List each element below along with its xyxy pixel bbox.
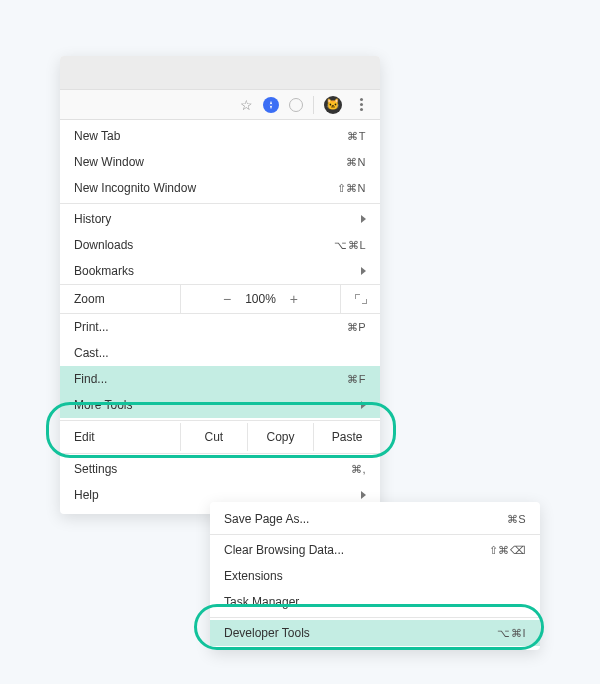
menu-item-print[interactable]: Print... ⌘P — [60, 314, 380, 340]
menu-separator — [210, 534, 540, 535]
menu-item-new-window[interactable]: New Window ⌘N — [60, 149, 380, 175]
menu-shortcut: ⌘S — [507, 513, 526, 526]
toolbar-icon-row: ☆ 🐱 — [60, 90, 380, 120]
zoom-out-button[interactable]: − — [223, 291, 231, 307]
chevron-right-icon — [361, 267, 366, 275]
menu-label: More Tools — [74, 398, 361, 412]
menu-label: History — [74, 212, 361, 226]
edit-paste-button[interactable]: Paste — [313, 423, 380, 451]
submenu-item-extensions[interactable]: Extensions — [210, 563, 540, 589]
menu-label: Bookmarks — [74, 264, 361, 278]
zoom-in-button[interactable]: + — [290, 291, 298, 307]
menu-item-more-tools[interactable]: More Tools — [60, 392, 380, 418]
menu-label: New Window — [74, 155, 346, 169]
more-vertical-icon[interactable] — [352, 96, 370, 114]
menu-label: Print... — [74, 320, 347, 334]
menu-separator — [60, 453, 380, 454]
fullscreen-icon — [355, 294, 367, 304]
menu-label: Edit — [60, 430, 180, 444]
browser-tabstrip — [60, 56, 380, 90]
menu-label: Help — [74, 488, 361, 502]
chrome-main-menu: ☆ 🐱 New Tab ⌘T New Window ⌘N New Incogni… — [60, 56, 380, 514]
menu-shortcut: ⌘N — [346, 156, 366, 169]
menu-item-downloads[interactable]: Downloads ⌥⌘L — [60, 232, 380, 258]
separator — [313, 96, 314, 114]
menu-shortcut: ⇧⌘⌫ — [489, 544, 527, 557]
chevron-right-icon — [361, 401, 366, 409]
menu-shortcut: ⌘, — [351, 463, 366, 476]
edit-copy-button[interactable]: Copy — [247, 423, 314, 451]
menu-label: Save Page As... — [224, 512, 507, 526]
zoom-value: 100% — [245, 292, 276, 306]
menu-item-bookmarks[interactable]: Bookmarks — [60, 258, 380, 284]
menu-label: Extensions — [224, 569, 526, 583]
menu-shortcut: ⌘T — [347, 130, 366, 143]
menu-item-edit: Edit Cut Copy Paste — [60, 423, 380, 451]
menu-shortcut: ⌥⌘L — [334, 239, 366, 252]
menu-label: Zoom — [60, 292, 180, 306]
menu-shortcut: ⇧⌘N — [337, 182, 366, 195]
menu-label: Find... — [74, 372, 347, 386]
menu-shortcut: ⌘P — [347, 321, 366, 334]
submenu-item-clear-browsing-data[interactable]: Clear Browsing Data... ⇧⌘⌫ — [210, 537, 540, 563]
menu-label: Settings — [74, 462, 351, 476]
menu-item-new-tab[interactable]: New Tab ⌘T — [60, 123, 380, 149]
chevron-right-icon — [361, 491, 366, 499]
menu-separator — [60, 203, 380, 204]
zoom-controls: − 100% + — [180, 285, 340, 313]
profile-avatar-icon[interactable]: 🐱 — [324, 96, 342, 114]
menu-label: Downloads — [74, 238, 334, 252]
bookmark-star-icon[interactable]: ☆ — [240, 97, 253, 113]
fullscreen-button[interactable] — [340, 285, 380, 313]
submenu-item-task-manager[interactable]: Task Manager — [210, 589, 540, 615]
more-tools-submenu: Save Page As... ⌘S Clear Browsing Data..… — [210, 502, 540, 650]
menu-item-find[interactable]: Find... ⌘F — [60, 366, 380, 392]
menu-label: New Incognito Window — [74, 181, 337, 195]
menu-shortcut: ⌘F — [347, 373, 366, 386]
menu-label: Cast... — [74, 346, 366, 360]
chevron-right-icon — [361, 215, 366, 223]
menu-label: Developer Tools — [224, 626, 497, 640]
menu-label: New Tab — [74, 129, 347, 143]
edit-cut-button[interactable]: Cut — [180, 423, 247, 451]
menu-label: Clear Browsing Data... — [224, 543, 489, 557]
speed-icon[interactable] — [289, 98, 303, 112]
menu-separator — [210, 617, 540, 618]
submenu-item-developer-tools[interactable]: Developer Tools ⌥⌘I — [210, 620, 540, 646]
menu-item-zoom: Zoom − 100% + — [60, 284, 380, 314]
submenu-item-save-page-as[interactable]: Save Page As... ⌘S — [210, 506, 540, 532]
menu-separator — [60, 420, 380, 421]
menu-item-new-incognito[interactable]: New Incognito Window ⇧⌘N — [60, 175, 380, 201]
menu-item-settings[interactable]: Settings ⌘, — [60, 456, 380, 482]
menu-item-cast[interactable]: Cast... — [60, 340, 380, 366]
navigation-icon[interactable] — [263, 97, 279, 113]
menu-label: Task Manager — [224, 595, 526, 609]
menu-shortcut: ⌥⌘I — [497, 627, 526, 640]
menu-item-history[interactable]: History — [60, 206, 380, 232]
